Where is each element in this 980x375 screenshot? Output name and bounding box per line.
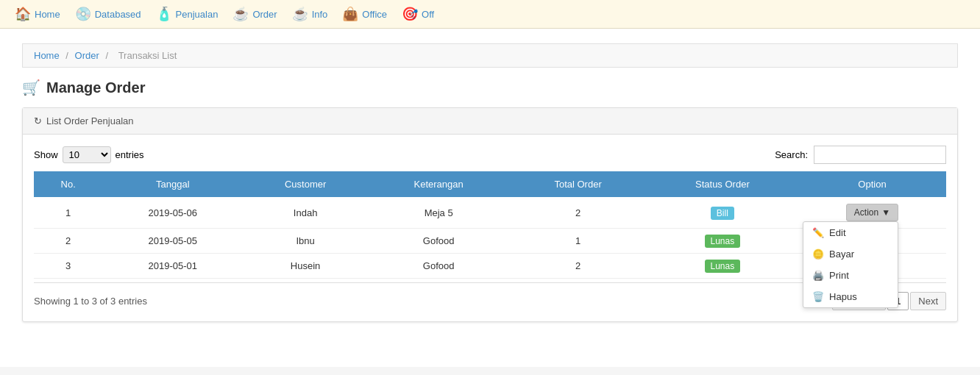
nav-order[interactable]: ☕ Order bbox=[232, 6, 277, 22]
breadcrumb-sep1: / bbox=[65, 50, 71, 61]
cell-no: 2 bbox=[34, 229, 102, 254]
action-wrapper: Action ▼ ✏️ Edit 🪙 B bbox=[846, 204, 898, 221]
edit-icon: ✏️ bbox=[812, 227, 824, 238]
bayar-icon: 🪙 bbox=[812, 249, 824, 260]
action-button[interactable]: Action ▼ bbox=[846, 204, 898, 221]
cell-keterangan: Gofood bbox=[368, 229, 510, 254]
option-cell: Action ▼ ✏️ Edit 🪙 B bbox=[798, 197, 946, 229]
breadcrumb-sep2: / bbox=[105, 50, 110, 61]
cell-keterangan: Gofood bbox=[368, 254, 510, 279]
breadcrumb-current: Transaksi List bbox=[118, 50, 177, 61]
office-icon: 👜 bbox=[342, 6, 358, 22]
databased-icon: 💿 bbox=[75, 6, 91, 22]
cart-icon: 🛒 bbox=[22, 79, 40, 96]
col-status-order: Status Order bbox=[647, 171, 798, 197]
nav-off-label: Off bbox=[422, 9, 434, 20]
caret-icon: ▼ bbox=[881, 207, 890, 218]
card-header-label: List Order Penjualan bbox=[46, 115, 134, 126]
cell-status: Lunas bbox=[647, 229, 798, 254]
nav-penjualan-label: Penjualan bbox=[176, 9, 219, 20]
cell-tanggal: 2019-05-05 bbox=[102, 229, 243, 254]
search-box: Search: bbox=[775, 146, 946, 164]
entries-select[interactable]: 10 25 50 100 bbox=[63, 146, 111, 163]
nav-home-label: Home bbox=[35, 9, 60, 20]
cell-no: 3 bbox=[34, 254, 102, 279]
show-label: Show bbox=[34, 149, 58, 160]
card-header: ↻ List Order Penjualan bbox=[23, 108, 957, 135]
cell-customer: Ibnu bbox=[243, 229, 368, 254]
dropdown-item-label: Hapus bbox=[829, 291, 857, 302]
col-option: Option bbox=[798, 171, 946, 197]
dropdown-item-label: Bayar bbox=[829, 249, 854, 260]
main-content: Home / Order / Transaksi List 🛒 Manage O… bbox=[0, 29, 980, 367]
col-customer: Customer bbox=[243, 171, 368, 197]
cell-customer: Indah bbox=[243, 197, 368, 229]
col-keterangan: Keterangan bbox=[368, 171, 510, 197]
order-icon: ☕ bbox=[232, 6, 249, 22]
showing-text: Showing 1 to 3 of 3 entries bbox=[34, 296, 147, 307]
table-header-row: No. Tanggal Customer Keterangan Total Or… bbox=[34, 171, 946, 197]
penjualan-icon: 🧴 bbox=[156, 6, 172, 22]
entries-label: entries bbox=[116, 149, 144, 160]
cell-tanggal: 2019-05-01 bbox=[102, 254, 243, 279]
nav-order-label: Order bbox=[252, 9, 277, 20]
order-table: No. Tanggal Customer Keterangan Total Or… bbox=[34, 171, 946, 279]
cell-total-order: 2 bbox=[509, 197, 646, 229]
dropdown-item-label: Print bbox=[829, 270, 849, 281]
dropdown-item-bayar[interactable]: 🪙 Bayar bbox=[803, 243, 898, 265]
breadcrumb: Home / Order / Transaksi List bbox=[22, 43, 958, 68]
nav-databased-label: Databased bbox=[95, 9, 141, 20]
cell-status: Bill bbox=[647, 197, 798, 229]
show-entries: Show 10 25 50 100 entries bbox=[34, 146, 144, 163]
table-controls: Show 10 25 50 100 entries Search: bbox=[34, 146, 946, 164]
card-body: Show 10 25 50 100 entries Search: bbox=[23, 135, 957, 321]
dropdown-item-hapus[interactable]: 🗑️ Hapus bbox=[803, 286, 898, 307]
cell-keterangan: Meja 5 bbox=[368, 197, 510, 229]
search-label: Search: bbox=[775, 149, 808, 160]
nav-databased[interactable]: 💿 Databased bbox=[75, 6, 141, 22]
cell-total-order: 2 bbox=[509, 254, 646, 279]
cell-status: Lunas bbox=[647, 254, 798, 279]
next-button[interactable]: Next bbox=[910, 292, 946, 310]
navbar: 🏠 Home 💿 Databased 🧴 Penjualan ☕ Order ☕… bbox=[0, 0, 980, 29]
status-badge: Lunas bbox=[705, 260, 741, 273]
status-badge: Bill bbox=[711, 207, 734, 220]
nav-home[interactable]: 🏠 Home bbox=[15, 6, 60, 22]
table-row: 1 2019-05-06 Indah Meja 5 2 Bill Action … bbox=[34, 197, 946, 229]
cell-tanggal: 2019-05-06 bbox=[102, 197, 243, 229]
cell-total-order: 1 bbox=[509, 229, 646, 254]
nav-office[interactable]: 👜 Office bbox=[342, 6, 387, 22]
hapus-icon: 🗑️ bbox=[812, 291, 824, 302]
home-icon: 🏠 bbox=[15, 6, 31, 22]
nav-info-label: Info bbox=[312, 9, 328, 20]
col-total-order: Total Order bbox=[509, 171, 646, 197]
dropdown-item-print[interactable]: 🖨️ Print bbox=[803, 265, 898, 286]
dropdown-item-edit[interactable]: ✏️ Edit bbox=[803, 222, 898, 243]
action-dropdown-menu: ✏️ Edit 🪙 Bayar 🖨️ bbox=[803, 221, 898, 308]
page-title: 🛒 Manage Order bbox=[22, 79, 958, 96]
col-no: No. bbox=[34, 171, 102, 197]
dropdown-item-label: Edit bbox=[829, 227, 845, 238]
cell-no: 1 bbox=[34, 197, 102, 229]
order-card: ↻ List Order Penjualan Show 10 25 50 100… bbox=[22, 107, 958, 322]
off-icon: 🎯 bbox=[402, 6, 418, 22]
nav-office-label: Office bbox=[362, 9, 387, 20]
nav-info[interactable]: ☕ Info bbox=[292, 6, 328, 22]
breadcrumb-home[interactable]: Home bbox=[34, 50, 60, 61]
breadcrumb-order[interactable]: Order bbox=[75, 50, 99, 61]
col-tanggal: Tanggal bbox=[102, 171, 243, 197]
nav-penjualan[interactable]: 🧴 Penjualan bbox=[156, 6, 219, 22]
cell-customer: Husein bbox=[243, 254, 368, 279]
nav-off[interactable]: 🎯 Off bbox=[402, 6, 434, 22]
status-badge: Lunas bbox=[705, 235, 741, 248]
info-icon: ☕ bbox=[292, 6, 308, 22]
print-icon: 🖨️ bbox=[812, 270, 824, 281]
refresh-icon: ↻ bbox=[34, 115, 42, 126]
search-input[interactable] bbox=[814, 146, 946, 164]
